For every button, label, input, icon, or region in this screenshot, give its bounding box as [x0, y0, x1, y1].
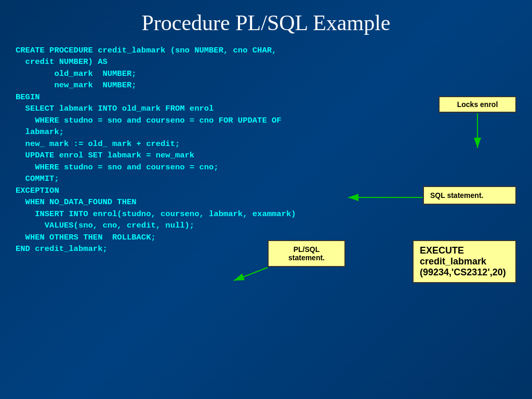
code-line-3: old_mark NUMBER;: [16, 68, 516, 79]
code-line-4: new_mark NUMBER;: [16, 79, 516, 91]
sql-statement-annotation: SQL statement.: [423, 186, 516, 205]
execute-annotation: EXECUTE credit_labmark (99234,'CS2312',2…: [413, 240, 516, 283]
code-line-12: COMMIT;: [16, 173, 516, 184]
locks-enrol-annotation: Locks enrol: [438, 96, 516, 113]
slide-container: Procedure PL/SQL Example CREATE PROCEDUR…: [0, 0, 532, 399]
code-line-10: UPDATE enrol SET labmark = new_mark: [16, 150, 516, 161]
code-line-2: credit NUMBER) AS: [16, 56, 516, 68]
code-line-7: WHERE studno = sno and courseno = cno FO…: [16, 115, 516, 126]
code-line-16: VALUES(sno, cno, credit, null);: [16, 220, 516, 231]
code-line-9: new_ mark := old_ mark + credit;: [16, 138, 516, 150]
code-line-8: labmark;: [16, 126, 516, 138]
code-line-15: INSERT INTO enrol(studno, courseno, labm…: [16, 208, 516, 220]
svg-line-5: [234, 268, 268, 281]
code-line-1: CREATE PROCEDURE credit_labmark (sno NUM…: [16, 45, 516, 56]
plsql-statement-annotation: PL/SQL statement.: [268, 240, 345, 267]
code-line-11: WHERE studno = sno and courseno = cno;: [16, 162, 516, 173]
slide-title: Procedure PL/SQL Example: [16, 10, 516, 35]
code-block: CREATE PROCEDURE credit_labmark (sno NUM…: [16, 45, 516, 255]
